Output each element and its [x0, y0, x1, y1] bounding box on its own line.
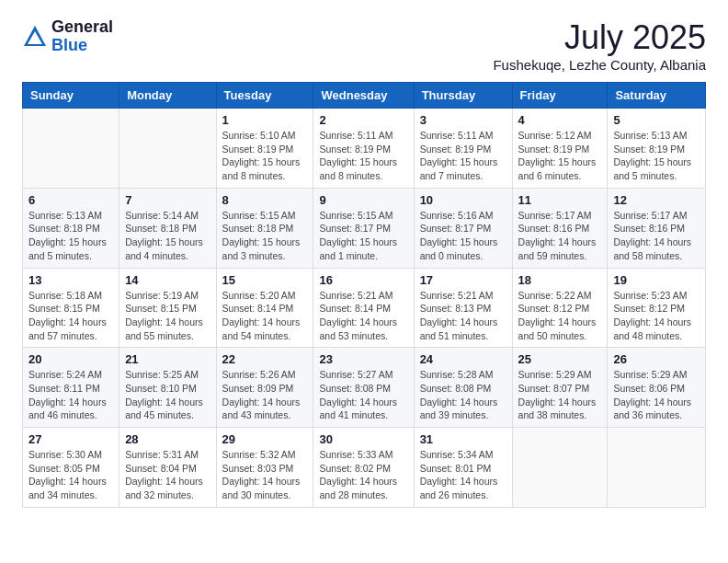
day-number: 31 [420, 432, 506, 446]
calendar-cell: 27Sunrise: 5:30 AMSunset: 8:05 PMDayligh… [23, 428, 119, 508]
day-info: Sunrise: 5:20 AMSunset: 8:14 PMDaylight:… [222, 289, 308, 343]
day-info: Sunrise: 5:25 AMSunset: 8:10 PMDaylight:… [125, 368, 210, 422]
calendar-cell: 29Sunrise: 5:32 AMSunset: 8:03 PMDayligh… [216, 428, 313, 508]
weekday-header-sunday: Sunday [23, 83, 119, 109]
day-info: Sunrise: 5:21 AMSunset: 8:14 PMDaylight:… [319, 289, 407, 343]
month-title: July 2025 [493, 18, 706, 57]
calendar-cell: 12Sunrise: 5:17 AMSunset: 8:16 PMDayligh… [608, 188, 706, 268]
calendar-cell: 28Sunrise: 5:31 AMSunset: 8:04 PMDayligh… [119, 428, 216, 508]
day-number: 24 [420, 352, 506, 366]
day-number: 19 [613, 273, 700, 287]
logo-icon [22, 24, 48, 50]
calendar-cell: 21Sunrise: 5:25 AMSunset: 8:10 PMDayligh… [119, 348, 216, 428]
day-info: Sunrise: 5:13 AMSunset: 8:19 PMDaylight:… [613, 129, 700, 183]
calendar-cell: 13Sunrise: 5:18 AMSunset: 8:15 PMDayligh… [23, 268, 119, 348]
calendar-cell: 22Sunrise: 5:26 AMSunset: 8:09 PMDayligh… [216, 348, 313, 428]
day-number: 16 [319, 273, 407, 287]
calendar-cell: 2Sunrise: 5:11 AMSunset: 8:19 PMDaylight… [313, 109, 414, 189]
day-number: 26 [613, 352, 700, 366]
calendar-cell: 6Sunrise: 5:13 AMSunset: 8:18 PMDaylight… [23, 188, 119, 268]
weekday-header-thursday: Thursday [414, 83, 512, 109]
calendar-cell: 1Sunrise: 5:10 AMSunset: 8:19 PMDaylight… [216, 109, 313, 189]
day-number: 3 [420, 113, 506, 127]
calendar-cell: 24Sunrise: 5:28 AMSunset: 8:08 PMDayligh… [414, 348, 512, 428]
calendar-week-row: 27Sunrise: 5:30 AMSunset: 8:05 PMDayligh… [23, 428, 706, 508]
calendar-cell: 30Sunrise: 5:33 AMSunset: 8:02 PMDayligh… [313, 428, 414, 508]
location-title: Fushekuqe, Lezhe County, Albania [493, 57, 706, 73]
calendar-cell: 3Sunrise: 5:11 AMSunset: 8:19 PMDaylight… [414, 109, 512, 189]
day-info: Sunrise: 5:19 AMSunset: 8:15 PMDaylight:… [125, 289, 210, 343]
day-number: 8 [222, 193, 308, 207]
calendar-cell: 25Sunrise: 5:29 AMSunset: 8:07 PMDayligh… [512, 348, 608, 428]
day-number: 18 [518, 273, 602, 287]
weekday-header-saturday: Saturday [608, 83, 706, 109]
day-number: 9 [319, 193, 407, 207]
day-number: 29 [222, 432, 308, 446]
day-info: Sunrise: 5:29 AMSunset: 8:07 PMDaylight:… [518, 368, 602, 422]
calendar-cell: 26Sunrise: 5:29 AMSunset: 8:06 PMDayligh… [608, 348, 706, 428]
calendar-cell: 9Sunrise: 5:15 AMSunset: 8:17 PMDaylight… [313, 188, 414, 268]
calendar-cell: 15Sunrise: 5:20 AMSunset: 8:14 PMDayligh… [216, 268, 313, 348]
day-number: 11 [518, 193, 602, 207]
weekday-header-monday: Monday [119, 83, 216, 109]
logo-general-text: General [51, 18, 113, 37]
day-number: 2 [319, 113, 407, 127]
calendar-week-row: 6Sunrise: 5:13 AMSunset: 8:18 PMDaylight… [23, 188, 706, 268]
day-info: Sunrise: 5:15 AMSunset: 8:17 PMDaylight:… [319, 209, 407, 263]
day-number: 17 [420, 273, 506, 287]
logo: General Blue [22, 18, 113, 55]
day-info: Sunrise: 5:33 AMSunset: 8:02 PMDaylight:… [319, 448, 407, 502]
day-info: Sunrise: 5:34 AMSunset: 8:01 PMDaylight:… [420, 448, 506, 502]
day-info: Sunrise: 5:11 AMSunset: 8:19 PMDaylight:… [420, 129, 506, 183]
day-info: Sunrise: 5:17 AMSunset: 8:16 PMDaylight:… [613, 209, 700, 263]
logo-blue-text: Blue [51, 37, 113, 55]
day-info: Sunrise: 5:11 AMSunset: 8:19 PMDaylight:… [319, 129, 407, 183]
calendar-cell [119, 109, 216, 189]
day-number: 5 [613, 113, 700, 127]
calendar-cell: 19Sunrise: 5:23 AMSunset: 8:12 PMDayligh… [608, 268, 706, 348]
day-number: 13 [28, 273, 113, 287]
day-number: 30 [319, 432, 407, 446]
day-info: Sunrise: 5:26 AMSunset: 8:09 PMDaylight:… [222, 368, 308, 422]
day-number: 28 [125, 432, 210, 446]
calendar-cell: 8Sunrise: 5:15 AMSunset: 8:18 PMDaylight… [216, 188, 313, 268]
day-info: Sunrise: 5:22 AMSunset: 8:12 PMDaylight:… [518, 289, 602, 343]
day-info: Sunrise: 5:15 AMSunset: 8:18 PMDaylight:… [222, 209, 308, 263]
header: General Blue July 2025 Fushekuqe, Lezhe … [22, 18, 706, 73]
day-number: 1 [222, 113, 308, 127]
day-number: 14 [125, 273, 210, 287]
calendar-cell: 14Sunrise: 5:19 AMSunset: 8:15 PMDayligh… [119, 268, 216, 348]
day-info: Sunrise: 5:18 AMSunset: 8:15 PMDaylight:… [28, 289, 113, 343]
calendar-cell: 20Sunrise: 5:24 AMSunset: 8:11 PMDayligh… [23, 348, 119, 428]
day-number: 25 [518, 352, 602, 366]
calendar-cell: 10Sunrise: 5:16 AMSunset: 8:17 PMDayligh… [414, 188, 512, 268]
day-info: Sunrise: 5:32 AMSunset: 8:03 PMDaylight:… [222, 448, 308, 502]
weekday-header-wednesday: Wednesday [313, 83, 414, 109]
day-number: 7 [125, 193, 210, 207]
day-number: 15 [222, 273, 308, 287]
calendar-week-row: 13Sunrise: 5:18 AMSunset: 8:15 PMDayligh… [23, 268, 706, 348]
day-info: Sunrise: 5:23 AMSunset: 8:12 PMDaylight:… [613, 289, 700, 343]
day-info: Sunrise: 5:14 AMSunset: 8:18 PMDaylight:… [125, 209, 210, 263]
day-number: 6 [28, 193, 113, 207]
day-info: Sunrise: 5:10 AMSunset: 8:19 PMDaylight:… [222, 129, 308, 183]
calendar-cell: 11Sunrise: 5:17 AMSunset: 8:16 PMDayligh… [512, 188, 608, 268]
calendar-week-row: 1Sunrise: 5:10 AMSunset: 8:19 PMDaylight… [23, 109, 706, 189]
calendar-week-row: 20Sunrise: 5:24 AMSunset: 8:11 PMDayligh… [23, 348, 706, 428]
day-info: Sunrise: 5:16 AMSunset: 8:17 PMDaylight:… [420, 209, 506, 263]
day-info: Sunrise: 5:27 AMSunset: 8:08 PMDaylight:… [319, 368, 407, 422]
day-info: Sunrise: 5:21 AMSunset: 8:13 PMDaylight:… [420, 289, 506, 343]
day-number: 22 [222, 352, 308, 366]
day-number: 12 [613, 193, 700, 207]
day-info: Sunrise: 5:30 AMSunset: 8:05 PMDaylight:… [28, 448, 113, 502]
day-number: 23 [319, 352, 407, 366]
weekday-header-row: SundayMondayTuesdayWednesdayThursdayFrid… [23, 83, 706, 109]
day-info: Sunrise: 5:13 AMSunset: 8:18 PMDaylight:… [28, 209, 113, 263]
calendar-cell: 31Sunrise: 5:34 AMSunset: 8:01 PMDayligh… [414, 428, 512, 508]
calendar-cell: 16Sunrise: 5:21 AMSunset: 8:14 PMDayligh… [313, 268, 414, 348]
logo-text: General Blue [51, 18, 113, 55]
day-number: 21 [125, 352, 210, 366]
day-info: Sunrise: 5:17 AMSunset: 8:16 PMDaylight:… [518, 209, 602, 263]
calendar-cell [512, 428, 608, 508]
day-number: 4 [518, 113, 602, 127]
